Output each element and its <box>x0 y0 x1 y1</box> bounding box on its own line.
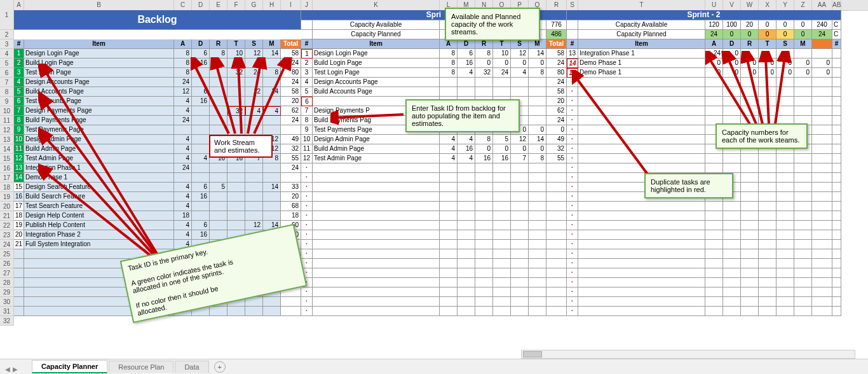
svg-line-6 <box>238 64 241 134</box>
horizontal-scrollbar[interactable] <box>521 350 855 359</box>
arrows-workstream <box>191 57 305 146</box>
svg-line-15 <box>775 57 785 124</box>
tab-resource-plan[interactable]: Resource Plan <box>109 361 173 373</box>
callout-workstream: Work Stream and estimates. <box>209 135 273 158</box>
svg-line-10 <box>575 76 648 175</box>
tab-capacity-planner[interactable]: Capacity Planner <box>32 360 107 373</box>
svg-line-5 <box>216 64 235 134</box>
sheet-tabs: Capacity Planner Resource Plan Data + <box>0 359 868 374</box>
column-headers: ABCDEFGHIJKLMNOPQRSTUVWXYZAAAB <box>0 0 868 11</box>
tab-data[interactable]: Data <box>175 361 208 373</box>
svg-line-11 <box>709 57 750 124</box>
svg-line-13 <box>747 57 763 124</box>
corner[interactable] <box>0 0 14 10</box>
scroll-thumb[interactable] <box>523 351 542 357</box>
add-sheet-button[interactable]: + <box>214 361 226 373</box>
nav-prev-icon[interactable]: ◀ <box>5 366 10 373</box>
nav-next-icon[interactable]: ▶ <box>13 366 18 373</box>
spreadsheet: ABCDEFGHIJKLMNOPQRSTUVWXYZAAAB 123456789… <box>0 0 868 11</box>
callout-capacity: Available and Planned capacity of the wo… <box>445 8 540 41</box>
arrows-capacity <box>705 51 813 127</box>
callout-duplicate: Duplicate tasks are highlighted in red. <box>644 173 733 198</box>
svg-line-9 <box>334 114 403 118</box>
arrow-duplicate <box>572 70 654 178</box>
svg-line-2 <box>44 137 165 267</box>
svg-line-4 <box>194 64 229 134</box>
svg-line-12 <box>728 57 756 124</box>
sheet-nav[interactable]: ◀ ▶ <box>5 366 18 373</box>
svg-line-14 <box>766 57 769 124</box>
callout-capacity-nums: Capacity numbers for each of the work st… <box>715 123 808 149</box>
callout-taskid-entry: Enter Task ID from backlog for auto popu… <box>405 99 520 132</box>
row-headers: 1234567891011121314151617181920212223242… <box>0 10 14 326</box>
svg-line-0 <box>44 70 165 267</box>
arrow-taskid-entry <box>330 108 407 127</box>
